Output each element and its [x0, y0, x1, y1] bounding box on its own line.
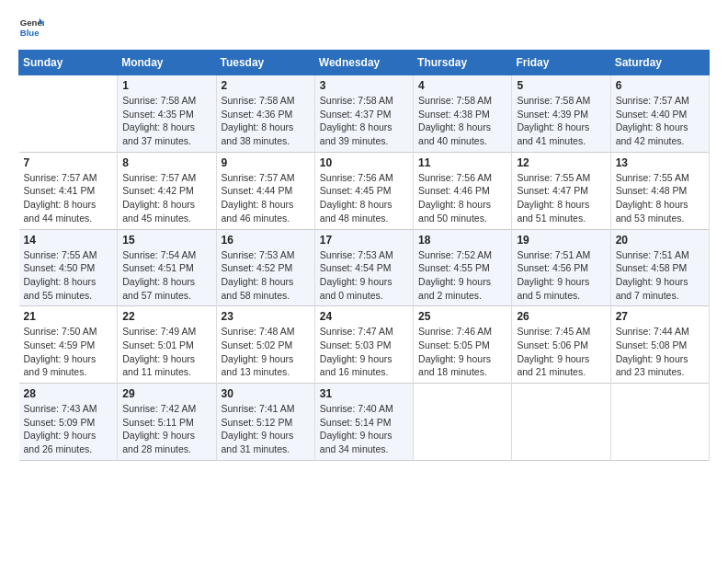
day-sunset: Sunset: 5:08 PM [616, 339, 704, 352]
day-daylight: Daylight: 9 hours and 21 minutes. [517, 352, 605, 379]
day-daylight: Daylight: 8 hours and 57 minutes. [122, 275, 210, 302]
calendar-cell: 5 Sunrise: 7:58 AM Sunset: 4:39 PM Dayli… [512, 75, 610, 153]
logo: General Blue [18, 15, 44, 40]
day-daylight: Daylight: 9 hours and 0 minutes. [320, 275, 408, 302]
calendar-cell [610, 384, 709, 461]
day-sunset: Sunset: 4:55 PM [418, 261, 506, 275]
day-sunrise: Sunrise: 7:54 AM [122, 248, 210, 262]
day-sunrise: Sunrise: 7:43 AM [24, 402, 113, 416]
weekday-header-tuesday: Tuesday [216, 51, 314, 75]
calendar-cell: 22 Sunrise: 7:49 AM Sunset: 5:01 PM Dayl… [118, 306, 216, 384]
day-sunrise: Sunrise: 7:57 AM [24, 171, 113, 185]
page-header: General Blue [18, 15, 710, 40]
day-daylight: Daylight: 9 hours and 9 minutes. [24, 352, 113, 379]
calendar-cell: 2 Sunrise: 7:58 AM Sunset: 4:36 PM Dayli… [216, 75, 314, 153]
day-sunrise: Sunrise: 7:45 AM [517, 325, 605, 339]
day-sunset: Sunset: 5:05 PM [418, 339, 506, 352]
calendar-cell: 27 Sunrise: 7:44 AM Sunset: 5:08 PM Dayl… [610, 306, 709, 384]
calendar-cell [414, 384, 512, 461]
day-number: 27 [616, 310, 704, 323]
day-number: 31 [320, 387, 408, 400]
day-daylight: Daylight: 8 hours and 53 minutes. [616, 198, 704, 224]
day-sunrise: Sunrise: 7:58 AM [222, 94, 310, 108]
day-sunset: Sunset: 4:45 PM [320, 184, 408, 198]
weekday-header-thursday: Thursday [414, 51, 512, 75]
calendar-header-row: SundayMondayTuesdayWednesdayThursdayFrid… [19, 51, 710, 75]
calendar-table: SundayMondayTuesdayWednesdayThursdayFrid… [18, 50, 710, 461]
day-sunrise: Sunrise: 7:47 AM [320, 325, 408, 339]
calendar-week-row: 7 Sunrise: 7:57 AM Sunset: 4:41 PM Dayli… [19, 152, 710, 229]
weekday-header-monday: Monday [118, 51, 216, 75]
day-sunset: Sunset: 5:12 PM [222, 416, 310, 430]
day-sunset: Sunset: 4:59 PM [24, 339, 113, 352]
day-sunrise: Sunrise: 7:56 AM [320, 171, 408, 185]
calendar-cell: 28 Sunrise: 7:43 AM Sunset: 5:09 PM Dayl… [19, 384, 118, 461]
day-number: 22 [122, 310, 210, 323]
day-sunset: Sunset: 5:02 PM [222, 339, 310, 352]
day-number: 6 [616, 79, 704, 92]
day-number: 14 [24, 234, 113, 247]
calendar-cell: 31 Sunrise: 7:40 AM Sunset: 5:14 PM Dayl… [314, 384, 413, 461]
day-daylight: Daylight: 9 hours and 2 minutes. [418, 275, 506, 302]
day-daylight: Daylight: 8 hours and 50 minutes. [418, 198, 506, 224]
day-number: 23 [222, 310, 310, 323]
calendar-cell: 24 Sunrise: 7:47 AM Sunset: 5:03 PM Dayl… [314, 306, 413, 384]
calendar-cell: 13 Sunrise: 7:55 AM Sunset: 4:48 PM Dayl… [610, 152, 709, 229]
day-number: 5 [517, 79, 605, 92]
day-sunset: Sunset: 5:09 PM [24, 416, 113, 430]
day-number: 26 [517, 310, 605, 323]
calendar-week-row: 28 Sunrise: 7:43 AM Sunset: 5:09 PM Dayl… [19, 384, 710, 461]
day-daylight: Daylight: 9 hours and 13 minutes. [222, 352, 310, 379]
day-daylight: Daylight: 9 hours and 16 minutes. [320, 352, 408, 379]
day-sunset: Sunset: 4:40 PM [616, 108, 704, 121]
svg-text:Blue: Blue [20, 28, 40, 38]
day-number: 12 [517, 156, 605, 169]
day-sunrise: Sunrise: 7:57 AM [122, 171, 210, 185]
day-number: 19 [517, 234, 605, 247]
day-sunset: Sunset: 4:37 PM [320, 108, 408, 121]
day-sunrise: Sunrise: 7:41 AM [222, 402, 310, 416]
day-sunrise: Sunrise: 7:53 AM [222, 248, 310, 262]
day-daylight: Daylight: 9 hours and 18 minutes. [418, 352, 506, 379]
calendar-cell: 19 Sunrise: 7:51 AM Sunset: 4:56 PM Dayl… [512, 229, 610, 306]
day-sunrise: Sunrise: 7:55 AM [24, 248, 113, 262]
day-number: 29 [122, 387, 210, 400]
calendar-cell: 25 Sunrise: 7:46 AM Sunset: 5:05 PM Dayl… [414, 306, 512, 384]
day-sunrise: Sunrise: 7:57 AM [616, 94, 704, 108]
calendar-cell: 12 Sunrise: 7:55 AM Sunset: 4:47 PM Dayl… [512, 152, 610, 229]
day-sunrise: Sunrise: 7:50 AM [24, 325, 113, 339]
day-sunset: Sunset: 4:52 PM [222, 261, 310, 275]
day-daylight: Daylight: 9 hours and 7 minutes. [616, 275, 704, 302]
calendar-cell: 23 Sunrise: 7:48 AM Sunset: 5:02 PM Dayl… [216, 306, 314, 384]
calendar-cell: 20 Sunrise: 7:51 AM Sunset: 4:58 PM Dayl… [610, 229, 709, 306]
day-sunrise: Sunrise: 7:44 AM [616, 325, 704, 339]
day-sunset: Sunset: 4:44 PM [222, 184, 310, 198]
day-daylight: Daylight: 8 hours and 45 minutes. [122, 198, 210, 224]
day-sunset: Sunset: 4:58 PM [616, 261, 704, 275]
day-sunset: Sunset: 5:03 PM [320, 339, 408, 352]
day-sunset: Sunset: 4:54 PM [320, 261, 408, 275]
day-daylight: Daylight: 8 hours and 39 minutes. [320, 121, 408, 147]
day-sunrise: Sunrise: 7:51 AM [616, 248, 704, 262]
day-number: 3 [320, 79, 408, 92]
calendar-cell: 10 Sunrise: 7:56 AM Sunset: 4:45 PM Dayl… [314, 152, 413, 229]
day-number: 18 [418, 234, 506, 247]
calendar-cell: 30 Sunrise: 7:41 AM Sunset: 5:12 PM Dayl… [216, 384, 314, 461]
day-sunrise: Sunrise: 7:49 AM [122, 325, 210, 339]
day-daylight: Daylight: 8 hours and 55 minutes. [24, 275, 113, 302]
day-daylight: Daylight: 8 hours and 58 minutes. [222, 275, 310, 302]
day-daylight: Daylight: 9 hours and 11 minutes. [122, 352, 210, 379]
day-sunrise: Sunrise: 7:40 AM [320, 402, 408, 416]
calendar-cell: 21 Sunrise: 7:50 AM Sunset: 4:59 PM Dayl… [19, 306, 118, 384]
day-number: 2 [222, 79, 310, 92]
day-sunset: Sunset: 4:42 PM [122, 184, 210, 198]
day-number: 1 [122, 79, 210, 92]
day-daylight: Daylight: 8 hours and 42 minutes. [616, 121, 704, 147]
day-sunset: Sunset: 4:38 PM [418, 108, 506, 121]
day-daylight: Daylight: 9 hours and 34 minutes. [320, 429, 408, 455]
calendar-cell: 1 Sunrise: 7:58 AM Sunset: 4:35 PM Dayli… [118, 75, 216, 153]
day-sunrise: Sunrise: 7:52 AM [418, 248, 506, 262]
weekday-header-sunday: Sunday [19, 51, 118, 75]
day-sunset: Sunset: 4:51 PM [122, 261, 210, 275]
day-daylight: Daylight: 9 hours and 28 minutes. [122, 429, 210, 455]
